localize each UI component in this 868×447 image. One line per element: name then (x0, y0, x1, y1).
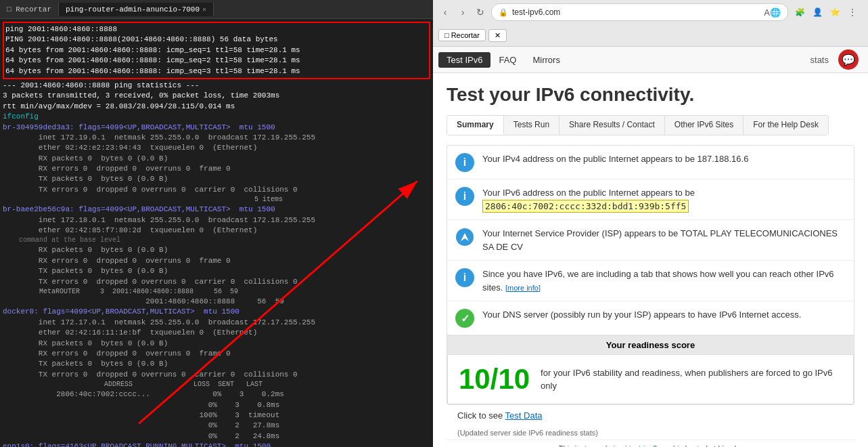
terminal-panel: □ Recortar ping-router-admin-anuncio-700… (0, 0, 433, 447)
ipv6-tab-info-text: Since you have IPv6, we are including a … (482, 268, 846, 294)
terminal-tab-ping[interactable]: ping-router-admin-anuncio-7000 ✕ (59, 3, 214, 16)
term-line: PING 2001:4860:4860::8888(2001:4860:4860… (5, 35, 428, 45)
browser-top-bar: ‹ › ↻ 🔒 test-ipv6.com A🌐 🧩 👤 ⭐ ⋮ (433, 0, 868, 24)
term-line: command at the base level (3, 236, 430, 245)
term-line: ether 02:42:16:11:1e:bf txqueuelen 0 (Et… (3, 328, 430, 338)
term-line: --- 2001:4860:4860::8888 ping statistics… (3, 81, 430, 91)
terminal-tab-recortar[interactable]: □ Recortar (0, 3, 59, 16)
tab-tests-run[interactable]: Tests Run (504, 116, 559, 135)
ipv6-info-text: Your IPv6 address on the public Internet… (482, 186, 846, 213)
term-line: TX packets 0 bytes 0 (0.0 B) (3, 174, 430, 184)
term-line: ether 02:42:85:f7:80:2d txqueuelen 0 (Et… (3, 226, 430, 236)
info-row-dns: ✓ Your DNS server (possibly run by your … (447, 301, 854, 335)
nav-mirrors[interactable]: Mirrors (524, 52, 568, 68)
recortar-toolbar-btn[interactable]: □ Recortar (438, 29, 486, 41)
hosted-link[interactable]: miami.test-ipv6.com (607, 444, 673, 447)
term-line: ether 02:42:e2:23:94:43 txqueuelen 0 (Et… (3, 143, 430, 153)
updated-text: (Updated server side IPv6 readiness stat… (447, 426, 854, 440)
info-section: i Your IPv4 address on the public Intern… (447, 145, 854, 405)
browser-main-content: Test your IPv6 connectivity. Summary Tes… (433, 73, 868, 447)
stats-label: stats (810, 55, 829, 65)
tab-other-ipv6-label: Other IPv6 Sites (675, 120, 733, 129)
hosted-suffix: ) is hosted at Linode. (673, 444, 742, 447)
ipv4-info-text: Your IPv4 address on the public Internet… (482, 152, 846, 166)
close-tab-btn[interactable]: ✕ (202, 5, 206, 14)
info-row-ipv6-tab: i Since you have IPv6, we are including … (447, 261, 854, 301)
tab-summary[interactable]: Summary (447, 116, 504, 135)
term-line: br-304959ded3a3: flags=4099<UP,BROADCAST… (3, 123, 430, 133)
tab-share-results-label: Share Results / Contact (569, 120, 655, 129)
address-text: test-ipv6.com (512, 7, 760, 17)
term-line: RX packets 0 bytes 0 (0.0 B) (3, 245, 430, 255)
term-line: RX packets 0 bytes 0 (0.0 B) (3, 339, 430, 349)
readiness-header: Your readiness score (447, 335, 854, 355)
nav-faq-label: FAQ (499, 55, 516, 65)
term-line: TX errors 0 dropped 0 overruns 0 carrier… (3, 185, 430, 195)
hosted-text: This instance (miami.test-ipv6.com) is h… (447, 440, 854, 447)
chat-button-container: 💬 (836, 49, 863, 70)
term-line: MetaROUTER 3 2001:4860:4860::8888 56 59 (3, 287, 430, 297)
browser-toolbar: □ Recortar ✕ (433, 24, 868, 46)
bookmark-icon[interactable]: ⭐ (827, 5, 842, 20)
tab-other-sites[interactable]: Other IPv6 Sites (665, 116, 744, 135)
translate-icon: A🌐 (764, 7, 781, 18)
term-line: 2806:40c:7002:cccc... 0% 3 0.2ms (3, 389, 430, 400)
term-line: rtt min/avg/max/mdev = 28.083/28.094/28.… (3, 102, 430, 112)
browser-icon-group: 🧩 👤 ⭐ ⋮ (792, 5, 863, 20)
term-line: inet 172.17.0.1 netmask 255.255.0.0 broa… (3, 318, 430, 328)
term-line: RX errors 0 dropped 0 overruns 0 frame 0 (3, 349, 430, 359)
test-data-link[interactable]: Test Data (505, 410, 543, 421)
isp-info-text: Your Internet Service Provider (ISP) app… (482, 227, 846, 253)
site-navigation: Test IPv6 FAQ Mirrors stats 💬 (433, 47, 868, 73)
tab-help-desk-label: For the Help Desk (753, 120, 819, 129)
nav-faq[interactable]: FAQ (490, 52, 524, 68)
dns-info-text: Your DNS server (possibly run by your IS… (482, 308, 846, 322)
browser-chrome: ‹ › ↻ 🔒 test-ipv6.com A🌐 🧩 👤 ⭐ ⋮ □ Recor… (433, 0, 868, 47)
content-tabs: Summary Tests Run Share Results / Contac… (447, 115, 829, 135)
term-line: 64 bytes from 2001:4860:4860::8888: icmp… (5, 45, 428, 56)
term-line: br-baee2be56c9a: flags=4099<UP,BROADCAST… (3, 205, 430, 215)
nav-stats[interactable]: stats (804, 52, 836, 68)
score-number: 10/10 (459, 363, 530, 396)
term-line: TX packets 0 bytes 0 (0.0 B) (3, 359, 430, 369)
score-description: for your IPv6 stability and readiness, w… (541, 366, 842, 393)
term-line: docker0: flags=4099<UP,BROADCAST,MULTICA… (3, 307, 430, 317)
term-line: RX errors 0 dropped 0 overruns 0 frame 0 (3, 164, 430, 174)
tab-summary-label: Summary (457, 120, 494, 129)
term-line: 5 items (3, 195, 430, 205)
security-lock-icon: 🔒 (499, 8, 508, 17)
more-info-link[interactable]: [more info] (505, 284, 541, 292)
chat-button[interactable]: 💬 (838, 49, 859, 70)
info-row-ipv4: i Your IPv4 address on the public Intern… (447, 146, 854, 179)
term-line: 100% 3 timeout (3, 410, 430, 421)
ipv6-address-highlight: 2806:40c:7002:cccc:332d:bdd1:939b:5ff5 (482, 200, 689, 213)
address-bar[interactable]: 🔒 test-ipv6.com A🌐 (491, 3, 788, 21)
tab-help-desk[interactable]: For the Help Desk (744, 116, 828, 135)
term-line: 3 packets transmitted, 3 received, 0% pa… (3, 91, 430, 101)
info-icon-blue-3: i (455, 268, 474, 287)
extensions-icon[interactable]: 🧩 (792, 5, 807, 20)
settings-icon[interactable]: ⋮ (845, 5, 860, 20)
hosted-prefix: This instance ( (559, 444, 608, 447)
info-row-isp: Your Internet Service Provider (ISP) app… (447, 220, 854, 261)
ping-tab-label: ping-router-admin-anuncio-7000 (66, 5, 200, 14)
term-line: TX packets 0 bytes 0 (0.0 B) (3, 266, 430, 276)
term-line: RX packets 0 bytes 0 (0.0 B) (3, 154, 430, 164)
info-icon-green-check: ✓ (455, 309, 474, 328)
nav-mirrors-label: Mirrors (532, 55, 559, 65)
term-line: 64 bytes from 2001:4860:4860::8888: icmp… (5, 66, 428, 77)
term-line: 64 bytes from 2001:4860:4860::8888: icmp… (5, 56, 428, 66)
term-line: ifconfig (3, 112, 430, 122)
profile-icon[interactable]: 👤 (810, 5, 825, 20)
nav-test-ipv6[interactable]: Test IPv6 (438, 52, 490, 68)
back-button[interactable]: ‹ (438, 5, 452, 19)
forward-button[interactable]: › (456, 5, 470, 19)
reload-button[interactable]: ↻ (474, 5, 487, 19)
recortar-icon: □ (444, 31, 449, 39)
info-icon-blue-1: i (455, 153, 474, 172)
tab-share-results[interactable]: Share Results / Contact (559, 116, 665, 135)
close-toolbar-btn[interactable]: ✕ (488, 29, 507, 42)
term-line: 0% 2 27.8ms (3, 421, 430, 431)
nav-test-ipv6-label: Test IPv6 (447, 55, 482, 65)
info-row-ipv6: i Your IPv6 address on the public Intern… (447, 179, 854, 220)
